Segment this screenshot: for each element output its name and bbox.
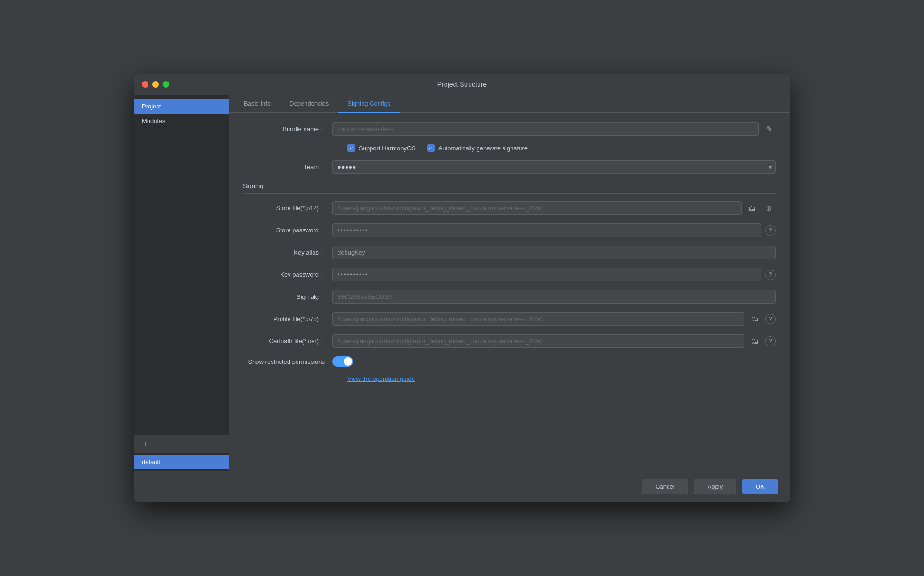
- auto-generate-check-icon: ✓: [427, 144, 435, 152]
- key-alias-field: [332, 246, 776, 259]
- key-alias-label: Key alias：: [243, 248, 332, 257]
- dialog-title: Project Structure: [437, 81, 487, 88]
- tab-signing-configs[interactable]: Signing Configs: [338, 95, 400, 113]
- team-label: Team：: [243, 163, 332, 172]
- show-restricted-toggle[interactable]: [332, 356, 353, 367]
- sign-alg-field: [332, 290, 776, 304]
- tabs-bar: Basic Info Dependencies Signing Configs: [229, 95, 790, 113]
- auto-generate-label: Automatically generate signature: [438, 145, 528, 152]
- show-restricted-label: Show restricted permissions: [243, 358, 332, 365]
- folder-icon: 🗂: [748, 204, 756, 213]
- close-button[interactable]: [142, 81, 148, 88]
- list-controls: + −: [134, 435, 229, 453]
- question-icon-3: ?: [769, 316, 772, 322]
- sign-alg-label: Sign alg：: [243, 293, 332, 301]
- profile-file-field: 🗂 ?: [332, 312, 776, 326]
- maximize-button[interactable]: [163, 81, 169, 88]
- remove-config-button[interactable]: −: [153, 438, 165, 450]
- left-panel: Project Modules + − default: [134, 95, 229, 471]
- key-password-label: Key password：: [243, 271, 332, 279]
- certpath-file-label: Certpath file(*.cer)：: [243, 337, 332, 346]
- support-harmony-checkbox[interactable]: ✓ Support HarmonyOS: [347, 144, 416, 152]
- team-field: ●●●●● ▾: [332, 160, 776, 174]
- key-password-field: ?: [332, 268, 776, 281]
- certpath-file-field: 🗂 ?: [332, 334, 776, 348]
- certpath-file-help-button[interactable]: ?: [765, 336, 776, 346]
- profile-file-help-button[interactable]: ?: [765, 314, 776, 324]
- team-select[interactable]: ●●●●●: [332, 160, 776, 174]
- sign-alg-row: Sign alg：: [243, 290, 776, 304]
- right-panel: Basic Info Dependencies Signing Configs …: [229, 95, 790, 471]
- question-icon-2: ?: [769, 272, 772, 278]
- cancel-button[interactable]: Cancel: [642, 479, 688, 494]
- sidebar: Project Modules: [134, 95, 229, 435]
- store-file-label: Store file(*.p12)：: [243, 204, 332, 213]
- sign-alg-input[interactable]: [332, 290, 776, 304]
- auto-generate-checkbox[interactable]: ✓ Automatically generate signature: [427, 144, 528, 152]
- ok-button[interactable]: OK: [742, 479, 778, 494]
- minimize-button[interactable]: [152, 81, 159, 88]
- support-harmony-check-icon: ✓: [347, 144, 355, 152]
- team-row: Team： ●●●●● ▾: [243, 160, 776, 174]
- question-icon-4: ?: [769, 338, 772, 345]
- list-item-default[interactable]: default: [134, 455, 229, 469]
- view-operation-guide-link[interactable]: View the operation guide: [347, 375, 776, 382]
- tab-dependencies[interactable]: Dependencies: [280, 95, 338, 113]
- folder-icon-3: 🗂: [751, 337, 759, 346]
- bundle-name-input[interactable]: [332, 122, 759, 136]
- team-select-wrapper: ●●●●● ▾: [332, 160, 776, 174]
- title-bar: Project Structure: [134, 74, 790, 95]
- support-harmony-label: Support HarmonyOS: [359, 145, 416, 152]
- profile-file-label: Profile file(*.p7b)：: [243, 315, 332, 323]
- project-structure-dialog: Project Structure Project Modules + − de…: [134, 74, 790, 502]
- store-file-field: 🗂 ⊛: [332, 201, 776, 215]
- store-file-folder-button[interactable]: 🗂: [745, 202, 759, 215]
- checkboxes-row: ✓ Support HarmonyOS ✓ Automatically gene…: [347, 144, 776, 152]
- store-file-row: Store file(*.p12)： 🗂 ⊛: [243, 201, 776, 215]
- fingerprint-icon: ⊛: [766, 205, 772, 212]
- store-password-label: Store password：: [243, 226, 332, 235]
- store-file-input[interactable]: [332, 201, 742, 215]
- key-password-help-button[interactable]: ?: [765, 270, 776, 280]
- apply-button[interactable]: Apply: [694, 479, 737, 494]
- show-restricted-field: [332, 356, 776, 367]
- certpath-file-folder-button[interactable]: 🗂: [748, 335, 761, 348]
- bundle-name-row: Bundle name： ✎: [243, 122, 776, 136]
- profile-file-folder-button[interactable]: 🗂: [748, 313, 761, 326]
- certpath-file-row: Certpath file(*.cer)： 🗂 ?: [243, 334, 776, 348]
- toggle-knob: [344, 357, 352, 366]
- panel-content: Bundle name： ✎ ✓ Support HarmonyOS: [229, 113, 790, 471]
- dialog-footer: Cancel Apply OK: [134, 471, 790, 502]
- certpath-file-input[interactable]: [332, 334, 744, 348]
- bundle-name-field: ✎: [332, 122, 776, 136]
- edit-bundle-name-button[interactable]: ✎: [762, 123, 776, 136]
- profile-file-row: Profile file(*.p7b)： 🗂 ?: [243, 312, 776, 326]
- key-alias-input[interactable]: [332, 246, 776, 259]
- folder-icon-2: 🗂: [751, 315, 759, 323]
- store-password-input[interactable]: [332, 223, 761, 237]
- bundle-name-label: Bundle name：: [243, 125, 332, 133]
- key-password-input[interactable]: [332, 268, 761, 281]
- sidebar-item-project[interactable]: Project: [134, 99, 229, 114]
- profile-file-input[interactable]: [332, 312, 744, 326]
- add-config-button[interactable]: +: [140, 438, 151, 450]
- key-password-row: Key password： ?: [243, 268, 776, 281]
- key-alias-row: Key alias：: [243, 246, 776, 259]
- edit-icon: ✎: [766, 124, 772, 133]
- store-file-fingerprint-button[interactable]: ⊛: [762, 202, 776, 215]
- store-password-help-button[interactable]: ?: [765, 225, 776, 236]
- question-icon: ?: [769, 227, 772, 234]
- traffic-lights: [142, 81, 169, 88]
- store-password-row: Store password： ?: [243, 223, 776, 237]
- store-password-field: ?: [332, 223, 776, 237]
- show-restricted-row: Show restricted permissions: [243, 356, 776, 367]
- main-content: Project Modules + − default Basic Info D…: [134, 95, 790, 471]
- tab-basic-info[interactable]: Basic Info: [234, 95, 280, 113]
- sidebar-item-modules[interactable]: Modules: [134, 114, 229, 128]
- signing-section-title: Signing: [243, 182, 776, 194]
- signing-section-gap: Signing: [243, 182, 776, 194]
- config-list: default: [134, 453, 229, 471]
